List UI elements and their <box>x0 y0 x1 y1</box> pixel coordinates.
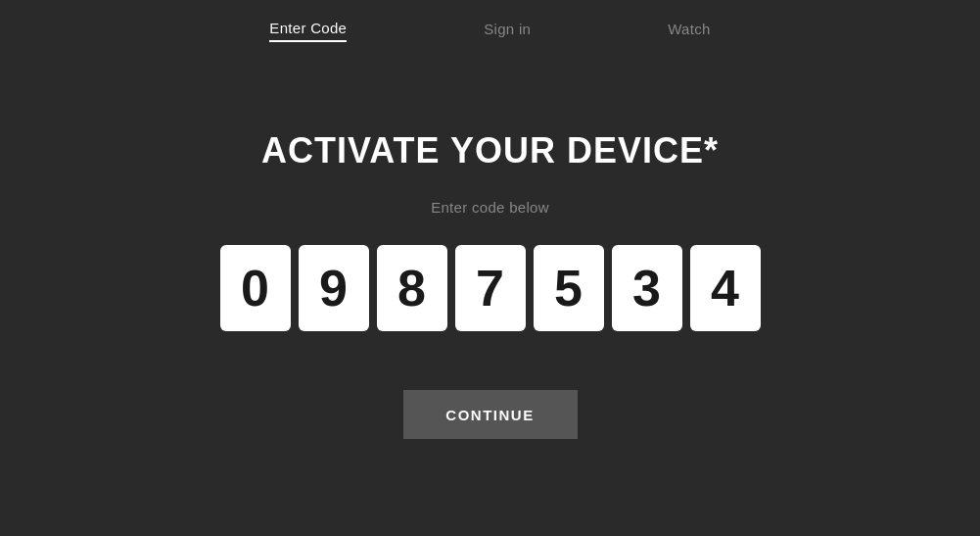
nav-sign-in[interactable]: Sign in <box>484 21 531 41</box>
code-digit-1: 9 <box>299 245 369 331</box>
nav-watch[interactable]: Watch <box>668 21 710 41</box>
nav-enter-code[interactable]: Enter Code <box>269 20 347 42</box>
code-digit-4: 5 <box>534 245 604 331</box>
page-subtitle: Enter code below <box>431 199 549 216</box>
code-digit-0: 0 <box>220 245 291 331</box>
page-title: ACTIVATE YOUR DEVICE* <box>261 130 719 171</box>
code-digit-6: 4 <box>690 245 761 331</box>
code-digit-5: 3 <box>612 245 682 331</box>
code-boxes-container: 0 9 8 7 5 3 4 <box>220 245 761 331</box>
code-digit-2: 8 <box>377 245 447 331</box>
nav-bar: Enter Code Sign in Watch <box>0 0 980 52</box>
main-content: ACTIVATE YOUR DEVICE* Enter code below 0… <box>220 130 761 439</box>
continue-button[interactable]: CONTINUE <box>403 390 578 439</box>
code-digit-3: 7 <box>455 245 526 331</box>
